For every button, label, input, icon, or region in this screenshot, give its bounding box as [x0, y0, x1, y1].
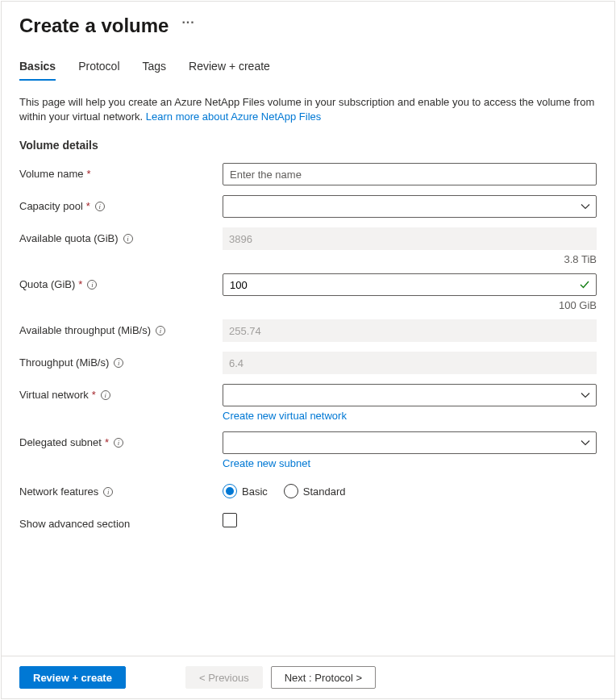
capacity-pool-select[interactable]: [223, 195, 597, 218]
tab-tags[interactable]: Tags: [143, 60, 167, 81]
delegated-subnet-label: Delegated subnet * i: [19, 431, 223, 448]
checkmark-icon: [579, 279, 590, 290]
info-icon[interactable]: i: [114, 438, 123, 448]
network-features-basic-radio[interactable]: Basic: [223, 484, 268, 498]
info-icon[interactable]: i: [156, 326, 165, 335]
volume-name-input[interactable]: [223, 163, 597, 185]
capacity-pool-label: Capacity pool * i: [19, 195, 223, 212]
create-vnet-link[interactable]: Create new virtual network: [223, 410, 347, 422]
review-create-button[interactable]: Review + create: [19, 666, 126, 689]
quota-helper: 100 GiB: [19, 299, 597, 311]
info-icon[interactable]: i: [87, 280, 97, 290]
previous-button: < Previous: [185, 666, 263, 689]
required-indicator: *: [86, 200, 90, 212]
show-advanced-checkbox[interactable]: [223, 513, 237, 527]
tab-review[interactable]: Review + create: [189, 60, 270, 81]
create-subnet-link[interactable]: Create new subnet: [223, 457, 310, 469]
available-quota-helper: 3.8 TiB: [19, 253, 597, 265]
next-button[interactable]: Next : Protocol >: [271, 666, 376, 689]
network-features-standard-radio[interactable]: Standard: [284, 484, 346, 498]
radio-unchecked-icon: [284, 484, 298, 498]
tab-basics[interactable]: Basics: [19, 60, 56, 81]
volume-name-label: Volume name *: [19, 163, 223, 180]
required-indicator: *: [78, 278, 82, 290]
page-title: Create a volume: [19, 15, 169, 37]
throughput-label: Throughput (MiB/s) i: [19, 352, 223, 369]
required-indicator: *: [105, 436, 109, 448]
radio-checked-icon: [223, 484, 237, 498]
network-features-label: Network features i: [19, 481, 223, 498]
info-icon[interactable]: i: [103, 487, 113, 497]
quota-input[interactable]: [223, 273, 597, 296]
more-icon[interactable]: ···: [181, 16, 194, 29]
virtual-network-select[interactable]: [223, 384, 597, 406]
quota-label: Quota (GiB) * i: [19, 273, 223, 290]
throughput-value: 6.4: [223, 352, 597, 374]
required-indicator: *: [87, 168, 91, 180]
info-icon[interactable]: i: [114, 358, 123, 368]
delegated-subnet-select[interactable]: [223, 431, 597, 454]
info-icon[interactable]: i: [101, 390, 110, 400]
available-quota-label: Available quota (GiB) i: [19, 227, 223, 244]
footer: Review + create < Previous Next : Protoc…: [2, 656, 614, 698]
available-quota-value: 3896: [223, 227, 597, 250]
intro-text: This page will help you create an Azure …: [19, 95, 597, 124]
section-volume-details: Volume details: [19, 139, 597, 152]
tab-protocol[interactable]: Protocol: [78, 60, 119, 81]
learn-more-link[interactable]: Learn more about Azure NetApp Files: [146, 110, 322, 123]
required-indicator: *: [92, 389, 96, 401]
available-throughput-label: Available throughput (MiB/s) i: [19, 319, 223, 336]
virtual-network-label: Virtual network * i: [19, 384, 223, 401]
tabs: Basics Protocol Tags Review + create: [19, 60, 597, 81]
show-advanced-label: Show advanced section: [19, 513, 223, 530]
info-icon[interactable]: i: [123, 234, 133, 244]
available-throughput-value: 255.74: [223, 319, 597, 342]
info-icon[interactable]: i: [95, 202, 105, 211]
